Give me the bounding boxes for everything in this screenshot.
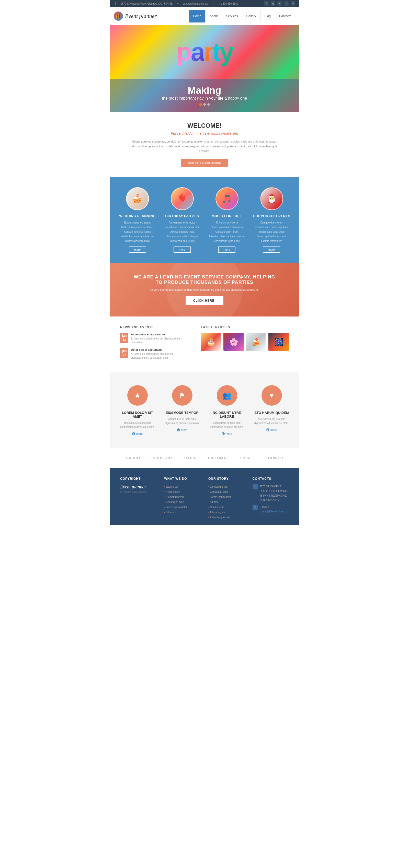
footer-link-1[interactable]: Lacinia est — [164, 484, 201, 490]
facebook-icon[interactable]: f — [264, 1, 269, 6]
footer-contact-info: 📍 9870 ST VINCENT PLACE, GLASGOW DC 45 F… — [253, 484, 289, 514]
footer-address-icon: 📍 — [253, 484, 258, 490]
feature-2-title: EIUSMODE TEMPOR — [163, 411, 202, 414]
service-music-more-button[interactable]: more — [218, 247, 235, 253]
feature-4-more-dot: ▶ — [266, 428, 269, 431]
feature-4-more-label: more — [270, 428, 277, 431]
feature-3-title: NCIDIDUNT UTRE LABORE — [207, 411, 247, 418]
footer-whatwedo-title: WHAT WE DO — [164, 477, 201, 480]
footer-link-5[interactable]: Lorem ipsum dolor — [164, 505, 201, 510]
cta-subtitle: At vero eos et accusamus et iusto odio d… — [130, 288, 279, 291]
service-birthday-more-button[interactable]: more — [174, 247, 191, 253]
nav-home[interactable]: Home — [189, 10, 206, 23]
hero-dot-1[interactable] — [199, 103, 202, 106]
feature-3: 👥 NCIDIDUNT UTRE LABORE accusamus et ius… — [207, 385, 247, 435]
feature-1-more-dot: ▶ — [132, 432, 135, 435]
list-item: Suspendisse sollicitudinque — [163, 234, 202, 239]
service-corporate: 🎅 CORPORATE EVENTS Quisque diam lorem In… — [252, 187, 291, 253]
list-item: Ultrices posuere india — [163, 230, 202, 234]
googleplus-icon[interactable]: g — [271, 1, 275, 6]
nav-contacts[interactable]: Contacts — [275, 10, 295, 23]
cta-button[interactable]: CLICK HERE! — [185, 296, 224, 305]
nav-gallery[interactable]: Gallery — [242, 10, 261, 23]
partner-industrix: INDUSTRIX — [151, 456, 173, 460]
party-thumb-3: 🍰 — [246, 333, 266, 351]
list-item: Donec eget tellus non erat — [252, 234, 291, 239]
hero-party-letters: party — [110, 25, 299, 79]
parties-column: LATEST PARTIES 🎂 🌸 🍰 🎆 — [201, 326, 289, 364]
footer-link-2[interactable]: Proin dictum — [164, 490, 201, 495]
phone-icon: 📞 — [212, 2, 215, 5]
service-wedding-list: Etiam cursus leo ipsum Nulla facilisi pr… — [118, 220, 157, 243]
logo-icon: 🎁 — [114, 11, 123, 21]
footer-story-link-2[interactable]: Consequat ante — [208, 490, 245, 495]
service-wedding-image: 🍰 — [126, 187, 149, 210]
feature-2-more-dot: ▶ — [177, 428, 180, 431]
footer-email-value[interactable]: contact@demolink.org — [260, 509, 285, 514]
list-item: Interdum vitae dapibus pulvinar — [207, 234, 247, 239]
linkedin-icon[interactable]: in — [291, 1, 295, 6]
partner-rapid: RAPID — [184, 456, 197, 460]
footer-story-link-4[interactable]: Sit amet — [208, 500, 245, 505]
party-thumb-1: 🎂 — [201, 333, 222, 351]
list-item: Nulla facilisi primis neclaoret — [118, 225, 157, 230]
pinterest-icon[interactable]: p — [284, 1, 289, 6]
news-body-1: Et iusto odio dignissimos qui blandipare… — [131, 337, 191, 344]
list-item: Donec porta diam eu massa — [207, 225, 247, 230]
footer-story-link-5[interactable]: Consectetur — [208, 505, 245, 510]
feature-1-more-link[interactable]: ▶ more — [118, 432, 157, 435]
footer-link-3[interactable]: Elementum velit — [164, 495, 201, 500]
footer-story-link-3[interactable]: Lorem ipsum dolor — [208, 495, 245, 500]
news-section-title: NEWS AND EVENTS — [120, 326, 191, 329]
topbar-phone: +1 800 559 6580 — [219, 2, 238, 5]
list-item: Quisque diam lorem — [252, 220, 291, 225]
partners-section: CABRO INDUSTRIX RAPID DIPLOMAT GISSET FO… — [110, 448, 299, 468]
topbar-address: 9870 St Vincent Place, Glasgow, DC 45 Fr… — [121, 2, 173, 5]
parties-section-title: LATEST PARTIES — [201, 326, 289, 329]
service-corporate-more-button[interactable]: more — [263, 247, 280, 253]
list-item: Etiam cursus leo ipsum — [118, 220, 157, 225]
news-column: NEWS AND EVENTS jan 11 At vero eos et ac… — [120, 326, 191, 364]
footer-link-4[interactable]: Consequat ante — [164, 500, 201, 505]
hero-dot-3[interactable] — [207, 103, 210, 106]
news-body-2: At iusto odio dignissimos ducimus qui bl… — [131, 352, 191, 360]
feature-4-more-link[interactable]: ▶ more — [252, 428, 291, 431]
footer-story-link-7[interactable]: Pellentesque sed — [208, 515, 245, 520]
hero-dot-2[interactable] — [203, 103, 206, 106]
partner-diplomat: DIPLOMAT — [208, 456, 228, 460]
feature-flag-icon: ⚑ — [172, 385, 193, 406]
footer-story-link-6[interactable]: Adipiscing elit — [208, 510, 245, 515]
feature-3-more-label: more — [226, 432, 232, 435]
nav-services[interactable]: Services — [222, 10, 242, 23]
footer-logo-text: Event planner — [120, 484, 157, 490]
welcome-section: WELCOME! Fusce interdum metus et turpis … — [110, 112, 299, 177]
nav-about[interactable]: About — [206, 10, 222, 23]
party-thumb-2: 🌸 — [224, 333, 244, 351]
nav-blog[interactable]: Blog — [261, 10, 275, 23]
list-item: Id pharetra augue nec — [163, 239, 202, 243]
service-music-title: MUSIC FOR FREE — [207, 214, 247, 218]
list-item: Vestibulum ante faucibus orci — [118, 234, 157, 239]
footer-ourstory-col: OUR STORY Elementum velit Consequat ante… — [208, 477, 245, 520]
footer-contacts-col: CONTACTS 📍 9870 ST VINCENT PLACE, GLASGO… — [253, 477, 289, 520]
partner-cabro: CABRO — [126, 456, 140, 460]
service-birthday: 🎈 BIRTHDAY PARTIES Aenean nec eros luctu… — [163, 187, 202, 253]
footer-contacts-title: CONTACTS — [253, 477, 289, 480]
welcome-cta-button[interactable]: learn more & start planning — [181, 159, 228, 167]
footer-link-6[interactable]: Sit amet — [164, 510, 201, 515]
topbar-contact: 📍 9870 St Vincent Place, Glasgow, DC 45 … — [114, 2, 238, 5]
feature-3-more-link[interactable]: ▶ more — [207, 432, 247, 435]
header: 🎁 Event planner Home About Services Gall… — [110, 7, 299, 25]
footer-email-block: E-MAIL: contact@demolink.org — [260, 505, 285, 514]
news-date-1: jan 11 — [120, 333, 128, 343]
cta-title: WE ARE A LEADING EVENT SERVICE COMPANY, … — [130, 274, 279, 285]
service-wedding-more-button[interactable]: more — [129, 247, 146, 253]
service-birthday-list: Aenean nec eros luctus Vestibulum ante f… — [163, 220, 202, 243]
list-item: Interdum vitae dapibus pulvinar — [252, 225, 291, 230]
feature-3-more-dot: ▶ — [222, 432, 225, 435]
footer-story-link-1[interactable]: Elementum velit — [208, 484, 245, 490]
feature-2-more-link[interactable]: ▶ more — [163, 428, 202, 431]
rss-icon[interactable]: r — [277, 1, 282, 6]
footer-copyright-title: COPYRIGHT — [120, 477, 157, 480]
list-item: Aenean nec eros luctus — [118, 230, 157, 234]
